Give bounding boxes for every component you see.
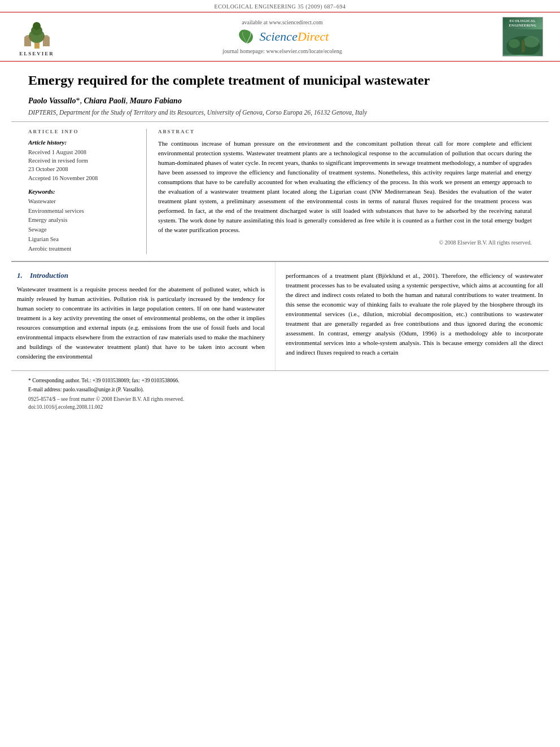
svg-rect-11 bbox=[522, 41, 525, 52]
journal-header-bar: ECOLOGICAL ENGINEERING 35 (2009) 687–694 bbox=[0, 0, 560, 12]
received-date: Received 1 August 2008 bbox=[28, 148, 136, 156]
doi-text: doi:10.1016/j.ecoleng.2008.11.002 bbox=[28, 403, 532, 411]
intro-title: 1. Introduction bbox=[17, 271, 265, 280]
eco-engineering-cover: ECOLOGICALENGINEERING bbox=[502, 17, 543, 56]
center-logo: available at www.sciencedirect.com Scien… bbox=[62, 19, 502, 54]
journal-header-text: ECOLOGICAL ENGINEERING 35 (2009) 687–694 bbox=[215, 3, 346, 10]
sciencedirect-leaf-icon bbox=[236, 29, 257, 45]
keyword-2: Environmental services bbox=[28, 207, 136, 216]
article-history-block: Article history: Received 1 August 2008 … bbox=[28, 139, 136, 182]
accepted-date: Accepted 16 November 2008 bbox=[28, 174, 136, 182]
sciencedirect-logo: ScienceDirect bbox=[236, 29, 329, 45]
footer-section: * Corresponding author. Tel.: +39 010353… bbox=[11, 370, 549, 416]
article-info-abstract-section: ARTICLE INFO Article history: Received 1… bbox=[11, 122, 549, 261]
history-label: Article history: bbox=[28, 139, 136, 146]
elsevier-tree-icon bbox=[19, 20, 55, 50]
cover-title: ECOLOGICALENGINEERING bbox=[508, 18, 538, 28]
sciencedirect-text: ScienceDirect bbox=[260, 29, 329, 44]
authors: Paolo Vassallo*, Chiara Paoli, Mauro Fab… bbox=[28, 97, 532, 106]
svg-point-8 bbox=[509, 39, 520, 48]
author-name-2: Chiara Paoli bbox=[84, 97, 125, 105]
elsevier-logo: ELSEVIER bbox=[11, 17, 62, 56]
keyword-4: Sewage bbox=[28, 225, 136, 235]
revised-label: Received in revised form bbox=[28, 156, 136, 165]
keywords-label: Keywords: bbox=[28, 188, 136, 195]
keyword-3: Emergy analysis bbox=[28, 216, 136, 225]
intro-label: Introduction bbox=[30, 271, 68, 279]
abstract-text: The continuous increase of human pressur… bbox=[158, 139, 532, 235]
body-right-col: performances of a treatment plant (Björk… bbox=[275, 262, 549, 370]
page-wrapper: ECOLOGICAL ENGINEERING 35 (2009) 687–694… bbox=[0, 0, 560, 747]
intro-right-text: performances of a treatment plant (Björk… bbox=[286, 271, 543, 357]
abstract-col: ABSTRACT The continuous increase of huma… bbox=[147, 129, 532, 254]
affiliation: DIPTERIS, Department for the Study of Te… bbox=[28, 109, 532, 116]
svg-point-9 bbox=[523, 36, 539, 47]
article-info-col: ARTICLE INFO Article history: Received 1… bbox=[28, 129, 147, 254]
corresponding-note: * Corresponding author. Tel.: +39 010353… bbox=[28, 377, 532, 385]
copyright-text: © 2008 Elsevier B.V. All rights reserved… bbox=[158, 239, 532, 246]
abstract-heading: ABSTRACT bbox=[158, 129, 532, 134]
article-info-heading: ARTICLE INFO bbox=[28, 129, 136, 134]
svg-rect-5 bbox=[43, 37, 50, 46]
intro-left-text: Wastewater treatment is a requisite proc… bbox=[17, 285, 265, 361]
cover-image bbox=[503, 29, 542, 55]
email-note: E-mail address: paolo.vassallo@unige.it … bbox=[28, 386, 532, 394]
available-text: available at www.sciencedirect.com bbox=[242, 19, 323, 25]
issn-text: 0925-8574/$ – see front matter © 2008 El… bbox=[28, 395, 532, 403]
author-name-3: Mauro Fabiano bbox=[130, 97, 182, 105]
banner-row: ELSEVIER available at www.sciencedirect.… bbox=[0, 12, 560, 62]
svg-rect-4 bbox=[24, 37, 31, 46]
keyword-6: Aerobic treatment bbox=[28, 244, 136, 254]
revised-date: 23 October 2008 bbox=[28, 165, 136, 173]
body-left-col: 1. Introduction Wastewater treatment is … bbox=[11, 262, 275, 370]
cover-scene-icon bbox=[503, 29, 543, 55]
body-section: 1. Introduction Wastewater treatment is … bbox=[0, 262, 560, 370]
keyword-5: Ligurian Sea bbox=[28, 235, 136, 244]
journal-homepage: journal homepage: www.elsevier.com/locat… bbox=[222, 48, 342, 54]
article-title: Emergy required for the complete treatme… bbox=[28, 72, 532, 89]
svg-point-3 bbox=[33, 22, 41, 30]
article-title-section: Emergy required for the complete treatme… bbox=[11, 62, 549, 122]
author-name-1: Paolo Vassallo bbox=[28, 97, 76, 105]
intro-number: 1. bbox=[17, 271, 23, 279]
keyword-1: Wastewater bbox=[28, 197, 136, 207]
elsevier-text: ELSEVIER bbox=[19, 51, 54, 56]
keywords-block: Keywords: Wastewater Environmental servi… bbox=[28, 188, 136, 254]
